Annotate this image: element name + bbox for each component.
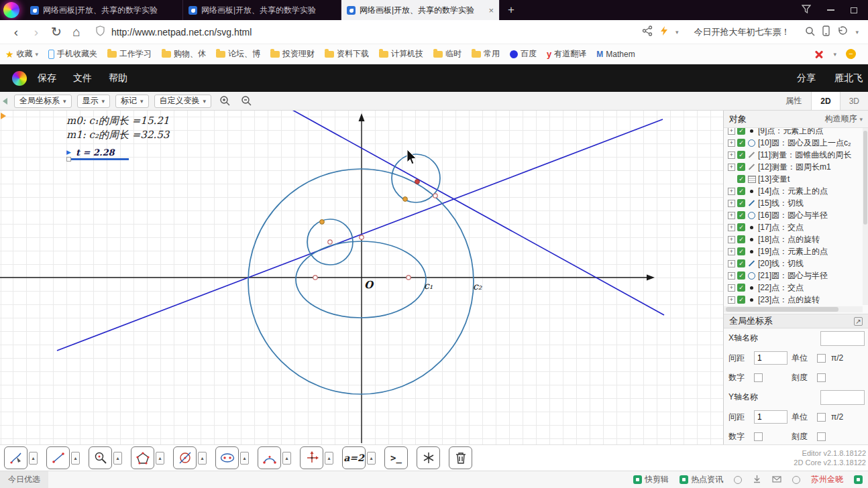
bookmark-item[interactable]: 购物、休 bbox=[162, 48, 206, 60]
forward-button[interactable]: › bbox=[27, 23, 46, 42]
visibility-checkbox[interactable]: ✓ bbox=[737, 128, 745, 135]
red-close-tool-icon[interactable] bbox=[814, 50, 824, 59]
object-item[interactable]: +✓[23]点：点的旋转 bbox=[728, 294, 863, 305]
custom-transform-dropdown[interactable]: 自定义变换 ▾ bbox=[154, 95, 212, 108]
status-partial-icon[interactable] bbox=[854, 475, 863, 484]
visibility-checkbox[interactable]: ✓ bbox=[737, 223, 745, 231]
tool-dropdown-arrow[interactable]: ▴ bbox=[71, 452, 80, 465]
browser-tab-2[interactable]: 网络画板|开放、共享的数学实验 bbox=[183, 0, 341, 20]
x-unit-checkbox[interactable] bbox=[817, 354, 826, 363]
pen-tool[interactable] bbox=[4, 446, 28, 469]
object-item[interactable]: +✓[17]点：交点 bbox=[728, 221, 863, 233]
y-unit-checkbox[interactable] bbox=[817, 413, 826, 422]
x-ticks-checkbox[interactable] bbox=[817, 373, 826, 382]
visibility-checkbox[interactable]: ✓ bbox=[737, 296, 745, 304]
circle-c2[interactable] bbox=[248, 169, 474, 394]
x-axis-name-input[interactable] bbox=[820, 331, 865, 346]
object-item[interactable]: +✓[9]点：元素上的点 bbox=[728, 128, 863, 137]
properties-button[interactable]: 属性 bbox=[776, 95, 811, 107]
tool-dropdown-arrow[interactable]: ▴ bbox=[325, 452, 333, 465]
home-button[interactable]: ⌂ bbox=[67, 23, 86, 42]
daily-picks-button[interactable]: 今日优选 bbox=[0, 471, 48, 488]
menu-file[interactable]: 文件 bbox=[73, 72, 92, 84]
visibility-checkbox[interactable]: ✓ bbox=[737, 187, 745, 195]
bookmark-item[interactable]: 论坛、博 bbox=[216, 48, 260, 60]
slider-knob[interactable] bbox=[66, 157, 71, 162]
zoom-out-icon[interactable] bbox=[238, 94, 254, 109]
chevron-down-icon[interactable]: ▾ bbox=[855, 29, 859, 36]
object-item[interactable]: +✓[15]线：切线 bbox=[728, 197, 863, 209]
t-slider[interactable] bbox=[68, 158, 129, 160]
point-red[interactable] bbox=[415, 180, 420, 184]
user-avatar[interactable] bbox=[3, 2, 19, 18]
menu-help[interactable]: 帮助 bbox=[109, 72, 127, 84]
y-spacing-input[interactable] bbox=[754, 410, 788, 424]
bookmark-youdao[interactable]: y有道翻译 bbox=[547, 48, 586, 60]
segment-tool[interactable] bbox=[46, 446, 70, 469]
geometry-canvas[interactable]: m0: c₁的周长 =15.21 m1: c₂的周长 =32.53 ▶ t = … bbox=[0, 111, 723, 444]
menu-save[interactable]: 保存 bbox=[38, 72, 56, 84]
point-hollow[interactable] bbox=[433, 194, 437, 198]
tab-3d[interactable]: 3D bbox=[840, 92, 868, 110]
toolbar-collapse-arrow[interactable] bbox=[3, 98, 7, 105]
expand-toggle[interactable]: + bbox=[728, 236, 735, 243]
expand-toggle[interactable]: + bbox=[728, 139, 735, 147]
point-hollow[interactable] bbox=[360, 235, 364, 239]
refresh-button[interactable]: ↻ bbox=[47, 23, 66, 42]
polygon-tool[interactable] bbox=[131, 446, 154, 469]
x-number-checkbox[interactable] bbox=[754, 373, 763, 382]
chevron-down-icon[interactable]: ▾ bbox=[675, 29, 679, 36]
tool-dropdown-arrow[interactable]: ▴ bbox=[282, 452, 291, 465]
status-circle-icon[interactable] bbox=[792, 476, 800, 484]
mark-dropdown[interactable]: 标记 ▾ bbox=[115, 95, 149, 108]
object-item[interactable]: +✓[12]测量：圆周长m1 bbox=[728, 161, 863, 173]
visibility-checkbox[interactable]: ✓ bbox=[737, 235, 745, 243]
download-icon[interactable] bbox=[753, 475, 761, 485]
y-ticks-checkbox[interactable] bbox=[817, 432, 826, 441]
scrollbar-thumb[interactable] bbox=[726, 307, 838, 312]
expand-toggle[interactable]: + bbox=[728, 224, 735, 231]
visibility-checkbox[interactable]: ✓ bbox=[737, 211, 745, 219]
point-hollow[interactable] bbox=[406, 276, 411, 280]
visibility-checkbox[interactable]: ✓ bbox=[737, 175, 745, 183]
promo-text[interactable]: 今日开抢大年初七车票！ bbox=[694, 26, 790, 38]
expand-toggle[interactable]: + bbox=[728, 151, 735, 159]
magnifier-tool[interactable] bbox=[89, 446, 112, 469]
bookmark-item[interactable]: 常用 bbox=[472, 48, 500, 60]
filter-funnel-icon[interactable] bbox=[802, 5, 811, 15]
browser-tab-3-active[interactable]: 网络画板|开放、共享的数学实验 × bbox=[341, 0, 500, 20]
url-text[interactable]: http://www.netpad.net.cn/svg.html bbox=[111, 27, 252, 38]
expand-toggle[interactable]: + bbox=[728, 272, 735, 280]
bookmark-item[interactable]: 手机收藏夹 bbox=[48, 48, 97, 60]
tool-dropdown-arrow[interactable]: ▴ bbox=[367, 452, 376, 465]
point-hollow[interactable] bbox=[313, 276, 317, 280]
tool-dropdown-arrow[interactable]: ▴ bbox=[113, 452, 122, 465]
axes-tool[interactable] bbox=[300, 446, 323, 469]
y-number-checkbox[interactable] bbox=[754, 432, 763, 441]
visibility-checkbox[interactable]: ✓ bbox=[737, 271, 745, 280]
bookmark-item[interactable]: 投资理财 bbox=[270, 48, 315, 60]
vertical-scrollbar[interactable] bbox=[863, 128, 868, 305]
visibility-checkbox[interactable]: ✓ bbox=[737, 247, 745, 255]
share-button[interactable]: 分享 bbox=[797, 72, 816, 84]
tool-dropdown-arrow[interactable]: ▴ bbox=[240, 452, 249, 465]
measurement-m0[interactable]: m0: c₁的周长 =15.21 bbox=[66, 114, 169, 128]
address-bar[interactable]: http://www.netpad.net.cn/svg.html bbox=[87, 23, 641, 42]
minimize-button[interactable] bbox=[827, 9, 834, 11]
expand-toggle[interactable]: + bbox=[728, 188, 735, 195]
object-item[interactable]: +✓[11]测量：圆锥曲线的周长 bbox=[728, 149, 863, 161]
status-circle-icon[interactable] bbox=[734, 476, 742, 484]
geometry-drawing[interactable] bbox=[0, 111, 723, 444]
object-item[interactable]: +✓[20]线：切线 bbox=[728, 257, 863, 269]
point-orange[interactable] bbox=[403, 197, 408, 202]
visibility-checkbox[interactable]: ✓ bbox=[737, 259, 745, 267]
bookmark-item[interactable]: 计算机技 bbox=[379, 48, 423, 60]
bookmark-item[interactable]: 临时 bbox=[433, 48, 462, 60]
share-icon[interactable] bbox=[642, 25, 653, 38]
tool-dropdown-arrow[interactable]: ▴ bbox=[198, 452, 207, 465]
zoom-in-icon[interactable] bbox=[217, 94, 233, 109]
y-axis-name-input[interactable] bbox=[820, 390, 865, 405]
tool-dropdown-arrow[interactable]: ▴ bbox=[29, 452, 38, 465]
coordinate-system-dropdown[interactable]: 全局坐标系 ▾ bbox=[14, 95, 72, 108]
search-icon[interactable] bbox=[805, 26, 815, 38]
